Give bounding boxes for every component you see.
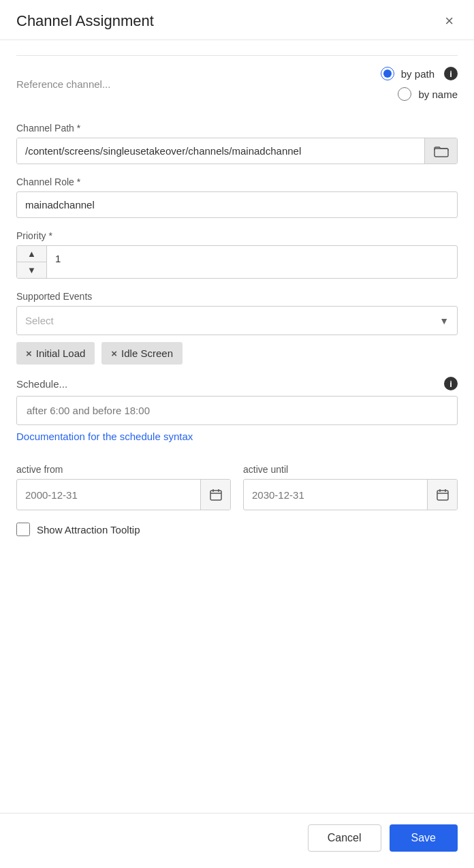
- stepper-btns: ▲ ▼: [17, 246, 47, 278]
- channel-path-label: Channel Path *: [16, 123, 458, 134]
- doc-link[interactable]: Documentation for the schedule syntax: [16, 431, 193, 442]
- reference-label: Reference channel...: [16, 78, 110, 90]
- schedule-input[interactable]: [16, 396, 458, 425]
- by-path-radio[interactable]: [381, 67, 394, 80]
- active-from-input[interactable]: [17, 482, 200, 508]
- tag-idle-screen-remove[interactable]: ×: [111, 347, 117, 359]
- dialog-footer: Cancel Save: [0, 813, 474, 868]
- calendar-icon-from: [209, 488, 223, 501]
- active-until-field: active until: [243, 464, 458, 510]
- divider-top: [16, 55, 458, 56]
- supported-events-label: Supported Events: [16, 291, 458, 302]
- svg-rect-5: [437, 491, 448, 500]
- tag-idle-screen-label: Idle Screen: [121, 347, 173, 359]
- priority-decrement-button[interactable]: ▼: [17, 262, 46, 278]
- close-button[interactable]: ×: [441, 12, 458, 30]
- priority-label: Priority *: [16, 230, 458, 241]
- schedule-label: Schedule...: [16, 378, 67, 390]
- reference-section: Reference channel... by path i by name: [16, 67, 458, 106]
- by-path-label: by path: [401, 68, 434, 80]
- active-from-calendar-button[interactable]: [200, 480, 230, 510]
- active-from-input-wrapper: [16, 479, 231, 510]
- calendar-icon-until: [436, 488, 449, 501]
- channel-role-section: Channel Role *: [16, 176, 458, 218]
- dialog-body: Reference channel... by path i by name C…: [0, 40, 474, 813]
- channel-path-input[interactable]: [17, 138, 424, 164]
- save-button[interactable]: Save: [390, 824, 458, 852]
- active-until-label: active until: [243, 464, 458, 475]
- dialog-title: Channel Assignment: [16, 12, 154, 30]
- active-until-input[interactable]: [244, 482, 427, 508]
- tag-idle-screen[interactable]: × Idle Screen: [101, 342, 183, 365]
- priority-value: 1: [47, 246, 457, 278]
- svg-rect-1: [210, 491, 221, 500]
- channel-path-input-wrapper: [16, 138, 458, 164]
- radio-group: by path i by name: [381, 67, 458, 101]
- supported-events-select-wrapper: Select ▼: [16, 306, 458, 335]
- show-tooltip-checkbox[interactable]: [16, 523, 30, 536]
- dialog-header: Channel Assignment ×: [0, 0, 474, 40]
- channel-path-section: Channel Path *: [16, 123, 458, 164]
- reference-row: Reference channel... by path i by name: [16, 67, 458, 101]
- schedule-row: Schedule... i: [16, 377, 458, 390]
- cancel-button[interactable]: Cancel: [308, 824, 381, 852]
- channel-assignment-dialog: Channel Assignment × Reference channel..…: [0, 0, 474, 868]
- supported-events-section: Supported Events Select ▼ × Initial Load…: [16, 291, 458, 365]
- channel-role-input[interactable]: [16, 191, 458, 218]
- info-icon-path[interactable]: i: [444, 67, 458, 80]
- info-icon-schedule[interactable]: i: [444, 377, 458, 390]
- by-path-option[interactable]: by path i: [381, 67, 458, 80]
- priority-row: ▲ ▼ 1: [16, 245, 458, 279]
- active-until-input-wrapper: [243, 479, 458, 510]
- by-name-label: by name: [418, 89, 458, 100]
- tag-initial-load-remove[interactable]: ×: [26, 347, 32, 359]
- priority-section: Priority * ▲ ▼ 1: [16, 230, 458, 279]
- schedule-section: Schedule... i Documentation for the sche…: [16, 377, 458, 452]
- by-name-radio[interactable]: [398, 87, 411, 101]
- active-from-field: active from: [16, 464, 231, 510]
- show-tooltip-label: Show Attraction Tooltip: [37, 524, 140, 536]
- active-from-label: active from: [16, 464, 231, 475]
- date-row: active from active until: [16, 464, 458, 510]
- tags-row: × Initial Load × Idle Screen: [16, 342, 458, 365]
- folder-icon: [434, 145, 449, 157]
- by-name-option[interactable]: by name: [398, 87, 458, 101]
- tag-initial-load-label: Initial Load: [36, 347, 86, 359]
- channel-path-browse-button[interactable]: [424, 138, 457, 164]
- supported-events-select[interactable]: Select: [17, 307, 457, 335]
- tag-initial-load[interactable]: × Initial Load: [16, 342, 95, 365]
- channel-role-label: Channel Role *: [16, 176, 458, 187]
- show-tooltip-row: Show Attraction Tooltip: [16, 523, 458, 536]
- priority-increment-button[interactable]: ▲: [17, 246, 46, 262]
- svg-rect-0: [434, 149, 448, 157]
- active-until-calendar-button[interactable]: [427, 480, 457, 510]
